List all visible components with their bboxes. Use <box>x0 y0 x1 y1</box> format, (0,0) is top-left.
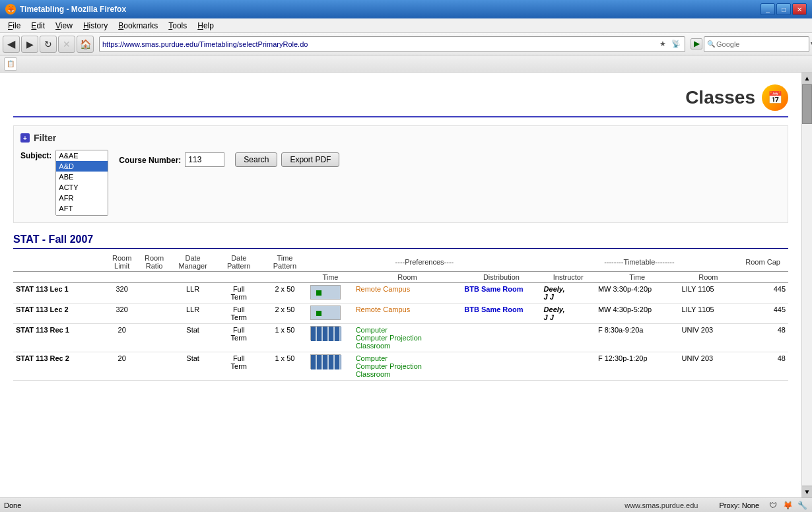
scrollbar[interactable]: ▲ ▼ <box>801 73 812 497</box>
row-time-pattern-1: 2 x 50 <box>262 283 308 304</box>
row-date-pattern-1: FullTerm <box>216 283 262 304</box>
subject-option-abe[interactable]: ABE <box>56 172 108 182</box>
row-room-limit-2: 320 <box>105 304 139 324</box>
search-button[interactable]: Search <box>235 152 277 167</box>
row-distribution-4 <box>461 352 541 381</box>
filter-controls: Subject: A&AE A&D ABE ACTY AFR AFT AGEC … <box>20 150 781 216</box>
row-room-limit-1: 320 <box>105 283 139 304</box>
close-button[interactable]: ✕ <box>792 3 807 15</box>
row-time-pattern-3: 1 x 50 <box>262 324 308 352</box>
main-content-scroll[interactable]: Classes 📅 + Filter Subject: A&AE A&D ABE <box>0 73 801 497</box>
home-button[interactable]: 🏠 <box>77 36 94 53</box>
filter-toggle[interactable]: + Filter <box>20 133 781 143</box>
subheader-pref-time: Time <box>308 272 353 283</box>
row-tt-time-2: MW 4:30p-5:20p <box>595 304 679 324</box>
subject-select[interactable]: A&AE A&D ABE ACTY AFR AFT AGEC <box>55 150 108 216</box>
forward-button[interactable]: ▶ <box>21 36 38 53</box>
browser-search-bar[interactable]: 🔍 ▼ <box>704 36 809 52</box>
menu-bar: File Edit View History Bookmarks Tools H… <box>0 18 812 33</box>
menu-help[interactable]: Help <box>192 20 219 32</box>
navigation-bar: ◀ ▶ ↻ ✕ 🏠 ★ 📡 ▶ 🔍 ▼ <box>0 33 812 55</box>
subject-option-ad[interactable]: A&D <box>56 161 108 172</box>
row-distribution-3 <box>461 324 541 352</box>
page-content: Classes 📅 + Filter Subject: A&AE A&D ABE <box>0 73 801 468</box>
timetabling-icon: 📅 <box>762 84 788 111</box>
firefox-icon: 🦊 <box>5 4 16 15</box>
row-date-pattern-2: FullTerm <box>216 304 262 324</box>
row-ratio-1 <box>139 283 170 304</box>
table-row: STAT 113 Lec 2 320 LLR FullTerm 2 x 50 R… <box>13 304 788 324</box>
rss-icon[interactable]: 📡 <box>670 38 682 50</box>
search-input[interactable] <box>716 40 807 48</box>
browser-content: Classes 📅 + Filter Subject: A&AE A&D ABE <box>0 73 812 497</box>
row-ratio-4 <box>139 352 170 381</box>
row-room-cap-4: 48 <box>737 352 788 381</box>
row-pref-room-1: Remote Campus <box>353 283 462 304</box>
filter-section: + Filter Subject: A&AE A&D ABE ACTY AFR … <box>13 125 788 223</box>
status-url: www.smas.purdue.edu <box>379 501 698 509</box>
row-ratio-3 <box>139 324 170 352</box>
row-room-cap-2: 445 <box>737 304 788 324</box>
col-header-room-cap: Room Cap <box>737 253 788 272</box>
row-pref-room-2: Remote Campus <box>353 304 462 324</box>
course-number-input[interactable] <box>185 152 224 167</box>
reload-button[interactable]: ↻ <box>40 36 57 53</box>
row-distribution-2: BTB Same Room <box>461 304 541 324</box>
firefox-status-icon: 🦊 <box>782 499 794 511</box>
subject-option-aft[interactable]: AFT <box>56 203 108 214</box>
row-manager-3: Stat <box>170 324 216 352</box>
row-name-4: STAT 113 Rec 2 <box>13 352 105 381</box>
search-go-icon[interactable]: ▼ <box>809 39 812 49</box>
browser-toolbar: 📋 <box>0 55 812 73</box>
subject-option-afr[interactable]: AFR <box>56 193 108 203</box>
row-instructor-1: Deely,J J <box>541 283 595 304</box>
subject-option-agec[interactable]: AGEC <box>56 214 108 216</box>
star-icon[interactable]: ★ <box>657 38 669 50</box>
subheader-tt-time: Time <box>595 272 679 283</box>
url-input[interactable] <box>102 40 657 48</box>
go-button[interactable]: ▶ <box>691 38 702 49</box>
menu-edit[interactable]: Edit <box>26 20 50 32</box>
subject-option-aae[interactable]: A&AE <box>56 150 108 161</box>
row-time-pattern-4: 1 x 50 <box>262 352 308 381</box>
row-room-limit-4: 20 <box>105 352 139 381</box>
maximize-button[interactable]: □ <box>776 3 791 15</box>
back-button[interactable]: ◀ <box>3 36 20 53</box>
row-tt-room-2: LILY 1105 <box>679 304 738 324</box>
subheader-pref-room: Room <box>353 272 462 283</box>
row-room-limit-3: 20 <box>105 324 139 352</box>
page-title: Classes <box>685 87 755 108</box>
expand-icon: + <box>20 133 30 143</box>
status-bar: Done www.smas.purdue.edu Proxy: None 🛡 🦊… <box>0 497 812 512</box>
menu-history[interactable]: History <box>78 20 113 32</box>
export-pdf-button[interactable]: Export PDF <box>281 152 339 167</box>
menu-bookmarks[interactable]: Bookmarks <box>113 20 163 32</box>
row-distribution-1: BTB Same Room <box>461 283 541 304</box>
menu-file[interactable]: File <box>3 20 26 32</box>
row-tt-time-3: F 8:30a-9:20a <box>595 324 679 352</box>
row-ratio-2 <box>139 304 170 324</box>
row-pref-time-grid-3 <box>308 324 353 352</box>
filter-label: Filter <box>34 133 56 143</box>
subject-option-acty[interactable]: ACTY <box>56 182 108 193</box>
row-tt-room-4: UNIV 203 <box>679 352 738 381</box>
toolbar-icon-1[interactable]: 📋 <box>4 57 17 71</box>
row-date-pattern-3: FullTerm <box>216 324 262 352</box>
status-done: Done <box>4 501 44 509</box>
stop-button[interactable]: ✕ <box>58 36 75 53</box>
row-instructor-2: Deely,J J <box>541 304 595 324</box>
menu-view[interactable]: View <box>50 20 78 32</box>
row-pref-time-grid-1 <box>308 283 353 304</box>
address-bar[interactable]: ★ 📡 <box>99 36 685 52</box>
menu-tools[interactable]: Tools <box>163 20 192 32</box>
status-icons: 🛡 🦊 🔧 <box>767 499 808 511</box>
col-header-room-limit: RoomLimit <box>105 253 139 272</box>
col-header-time-pattern: TimePattern <box>262 253 308 272</box>
search-engine-icon: 🔍 <box>707 40 715 48</box>
minimize-button[interactable]: _ <box>761 3 775 15</box>
table-row: STAT 113 Rec 1 20 Stat FullTerm 1 x 50 C… <box>13 324 788 352</box>
results-title: STAT - Fall 2007 <box>13 234 788 249</box>
window-title: Timetabling - Mozilla Firefox <box>20 5 126 14</box>
row-manager-2: LLR <box>170 304 216 324</box>
table-row: STAT 113 Rec 2 20 Stat FullTerm 1 x 50 C… <box>13 352 788 381</box>
